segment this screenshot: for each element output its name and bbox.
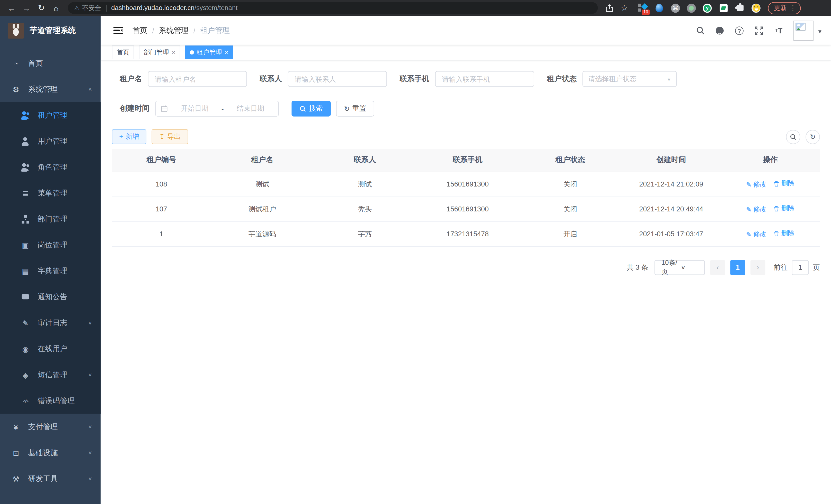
status-select[interactable]: 请选择租户状态 ∨ (582, 71, 677, 87)
calendar-icon (161, 105, 168, 112)
avatar-caret-icon[interactable]: ▼ (818, 28, 823, 34)
page-size-select[interactable]: 10条/页 ∨ (655, 260, 705, 275)
add-button[interactable]: + 新增 (112, 129, 146, 144)
column-header: 联系人 (314, 149, 416, 172)
contact-input[interactable] (288, 71, 387, 87)
sidebar-item[interactable]: ⊡基础设施∨ (0, 440, 101, 466)
filter-form: 租户名 联系人 联系手机 租户状态 (112, 71, 820, 116)
sidebar-item[interactable]: ⚙系统管理∧ (0, 76, 101, 102)
fullscreen-icon[interactable] (754, 26, 764, 35)
tags-bar: 首页部门管理×租户管理× (101, 45, 831, 60)
tenant-name-input[interactable] (148, 71, 247, 87)
extension-diamond-icon[interactable]: 10 (638, 3, 648, 12)
goto-page-input[interactable] (792, 260, 809, 275)
chevron-down-icon: ∨ (681, 264, 700, 270)
update-label: 更新 (774, 3, 787, 12)
table-cell: 测试 (211, 172, 314, 197)
sidebar: 芋道管理系统 ◔首页⚙系统管理∧租户管理用户管理角色管理≣菜单管理部门管理▣岗位… (0, 16, 101, 504)
browser-update-button[interactable]: 更新 ⋮ (768, 2, 801, 14)
logo-row[interactable]: 芋道管理系统 (0, 16, 101, 45)
profile-avatar-icon[interactable] (752, 3, 761, 12)
view-tab[interactable]: 部门管理× (139, 46, 180, 59)
extension-y-icon[interactable]: y (703, 3, 712, 12)
table-tools: ↻ (786, 129, 820, 144)
sidebar-item-label: 字典管理 (37, 266, 67, 276)
sidebar-item[interactable]: ◔首页 (0, 50, 101, 76)
font-size-icon[interactable]: TT (774, 26, 783, 35)
delete-link[interactable]: 删除 (773, 229, 795, 238)
sidebar-item[interactable]: ¥支付管理∨ (0, 414, 101, 440)
close-icon[interactable]: × (225, 49, 228, 56)
home-icon[interactable]: ⌂ (50, 2, 63, 14)
address-bar[interactable]: ⚠ 不安全 dashboard.yudao.iocoder.cn /system… (68, 2, 598, 13)
active-tab-dot (190, 50, 194, 55)
delete-link[interactable]: 删除 (773, 179, 795, 188)
sidebar-toggle-icon[interactable] (113, 27, 123, 34)
edit-link[interactable]: ✎修改 (746, 205, 766, 214)
refresh-icon: ↻ (344, 105, 350, 113)
sidebar-item[interactable]: ▤字典管理 (0, 258, 101, 284)
sidebar-item[interactable]: ✎审计日志∨ (0, 310, 101, 336)
close-icon[interactable]: × (172, 49, 175, 56)
help-icon[interactable]: ? (735, 26, 744, 35)
reload-icon[interactable]: ↻ (35, 2, 48, 14)
page-1-button[interactable]: 1 (730, 260, 745, 275)
sidebar-item[interactable]: ⚒研发工具∨ (0, 466, 101, 492)
table-cell: 测试 (314, 172, 416, 197)
delete-icon (773, 230, 780, 237)
breadcrumb-item[interactable]: 系统管理 (159, 26, 189, 35)
extension-record-icon[interactable] (687, 3, 696, 12)
next-page-button[interactable]: › (751, 260, 766, 275)
table-row: 107测试租户秃头15601691300关闭2021-12-14 20:49:4… (112, 197, 820, 221)
edit-link[interactable]: ✎修改 (746, 230, 766, 239)
sidebar-item-label: 租户管理 (37, 111, 67, 120)
extension-balloon-icon[interactable] (655, 3, 664, 12)
extensions-puzzle-icon[interactable] (735, 3, 745, 12)
forward-icon[interactable]: → (20, 2, 33, 14)
viewport: ← → ↻ ⌂ ⚠ 不安全 dashboard.yudao.iocoder.cn… (0, 0, 831, 504)
mobile-input[interactable] (435, 71, 534, 87)
export-button[interactable]: ↧ 导出 (152, 129, 188, 144)
table-row: 108测试测试15601691300关闭2021-12-14 21:02:09✎… (112, 172, 820, 197)
table-cell: 15601691300 (416, 172, 519, 197)
date-range-picker[interactable]: 开始日期 - 结束日期 (155, 101, 279, 117)
extension-chat-icon[interactable] (719, 3, 728, 12)
delete-icon (773, 181, 780, 187)
goto-page: 前往 页 (774, 260, 820, 275)
extension-command-icon[interactable]: ⌘ (671, 3, 680, 12)
table-cell: 108 (112, 172, 211, 197)
status-select-placeholder: 请选择租户状态 (588, 74, 667, 84)
kebab-menu-icon[interactable]: ⋮ (790, 4, 796, 12)
sidebar-item[interactable]: </>错误码管理 (0, 388, 101, 414)
share-icon[interactable] (603, 2, 616, 14)
github-icon[interactable] (715, 26, 725, 35)
sidebar-item[interactable]: 角色管理 (0, 154, 101, 180)
view-tab[interactable]: 首页 (112, 46, 134, 59)
view-tab[interactable]: 租户管理× (185, 46, 233, 59)
actions-cell: ✎修改删除 (721, 172, 820, 197)
sidebar-item[interactable]: 部门管理 (0, 206, 101, 232)
search-button[interactable]: 搜索 (291, 101, 331, 117)
sidebar-item[interactable]: ◈短信管理∨ (0, 362, 101, 388)
refresh-table-button[interactable]: ↻ (806, 129, 820, 144)
chevron-down-icon: ∨ (88, 450, 92, 455)
bookmark-star-icon[interactable]: ☆ (618, 2, 631, 14)
search-icon[interactable] (695, 26, 705, 35)
delete-link[interactable]: 删除 (773, 204, 795, 213)
sidebar-item[interactable]: ◉在线用户 (0, 336, 101, 362)
edit-link[interactable]: ✎修改 (746, 180, 766, 189)
sidebar-item[interactable]: 租户管理 (0, 102, 101, 128)
prev-page-button[interactable]: ‹ (710, 260, 725, 275)
breadcrumb-item[interactable]: 首页 (133, 26, 147, 35)
back-icon[interactable]: ← (5, 2, 18, 14)
breadcrumb: 首页/系统管理/租户管理 (133, 26, 230, 35)
sidebar-item[interactable]: ▣岗位管理 (0, 232, 101, 258)
toggle-search-button[interactable] (786, 129, 800, 144)
sidebar-item[interactable]: ≣菜单管理 (0, 180, 101, 206)
avatar[interactable] (794, 20, 813, 40)
breadcrumb-separator: / (152, 26, 154, 35)
sidebar-item[interactable]: 通知公告 (0, 284, 101, 310)
sidebar-item-label: 审计日志 (37, 318, 67, 328)
reset-button[interactable]: ↻ 重置 (336, 101, 374, 117)
sidebar-item[interactable]: 用户管理 (0, 128, 101, 154)
